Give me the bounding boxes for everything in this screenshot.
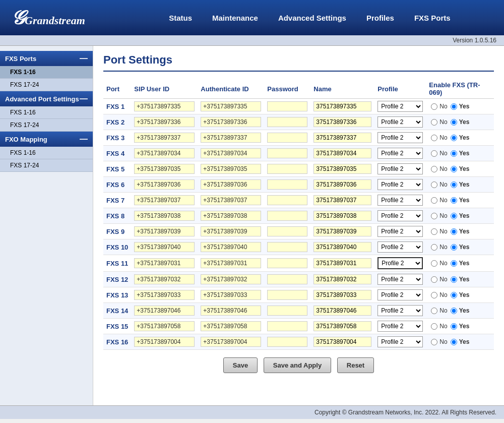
sip-user-id-input-1[interactable]	[134, 117, 195, 127]
password-input-4[interactable]	[267, 164, 307, 174]
password-input-11[interactable]	[267, 274, 307, 284]
radio-yes-2[interactable]	[451, 135, 457, 141]
profile-select-1[interactable]: ProfileProfile 2Profile 3Profile 4	[377, 116, 423, 128]
radio-yes-1[interactable]	[451, 119, 457, 126]
name-input-8[interactable]	[313, 226, 371, 236]
auth-id-input-13[interactable]	[201, 306, 261, 316]
radio-no-10[interactable]	[431, 260, 437, 267]
radio-yes-7[interactable]	[451, 213, 457, 219]
reset-button[interactable]: Reset	[337, 357, 374, 373]
sidebar-fxo-fxs-17-24[interactable]: FXS 17-24	[0, 159, 93, 172]
radio-no-4[interactable]	[431, 166, 437, 172]
radio-no-8[interactable]	[431, 228, 437, 235]
auth-id-input-2[interactable]	[201, 133, 261, 143]
password-input-7[interactable]	[267, 211, 307, 221]
password-input-6[interactable]	[267, 195, 307, 205]
password-input-12[interactable]	[267, 290, 307, 300]
radio-yes-3[interactable]	[451, 150, 457, 157]
sip-user-id-input-14[interactable]	[134, 321, 195, 331]
save-and-apply-button[interactable]: Save and Apply	[264, 357, 331, 373]
radio-no-12[interactable]	[431, 292, 437, 298]
sidebar-fxs-1-16[interactable]: FXS 1-16	[0, 66, 93, 79]
auth-id-input-10[interactable]	[201, 258, 261, 268]
password-input-5[interactable]	[267, 179, 307, 190]
nav-maintenance[interactable]: Maintenance	[212, 11, 258, 25]
profile-select-7[interactable]: ProfileProfile 2Profile 3Profile 4	[377, 210, 423, 221]
profile-select-9[interactable]: ProfileProfile 2Profile 3Profile 4	[377, 241, 423, 253]
radio-no-9[interactable]	[431, 244, 437, 251]
password-input-1[interactable]	[267, 117, 307, 127]
password-input-10[interactable]	[267, 258, 307, 268]
name-input-1[interactable]	[313, 117, 371, 127]
name-input-10[interactable]	[313, 258, 371, 268]
password-input-8[interactable]	[267, 226, 307, 236]
profile-select-13[interactable]: ProfileProfile 2Profile 3Profile 4	[377, 305, 423, 316]
profile-select-5[interactable]: ProfileProfile 2Profile 3Profile 4	[377, 179, 423, 190]
radio-no-3[interactable]	[431, 150, 437, 157]
radio-yes-11[interactable]	[451, 276, 457, 283]
sidebar-fxs-ports-header[interactable]: FXS Ports —	[0, 51, 93, 66]
auth-id-input-12[interactable]	[201, 290, 261, 300]
sip-user-id-input-15[interactable]	[134, 337, 195, 347]
profile-select-8[interactable]: ProfileProfile 2Profile 3Profile 4	[377, 226, 423, 237]
sip-user-id-input-5[interactable]	[134, 179, 195, 190]
password-input-2[interactable]	[267, 133, 307, 143]
radio-no-0[interactable]	[431, 103, 437, 110]
name-input-13[interactable]	[313, 306, 371, 316]
profile-select-12[interactable]: ProfileProfile 2Profile 3Profile 4	[377, 289, 423, 300]
name-input-15[interactable]	[313, 337, 371, 347]
radio-no-15[interactable]	[431, 339, 437, 345]
radio-yes-14[interactable]	[451, 323, 457, 330]
password-input-3[interactable]	[267, 148, 307, 158]
password-input-0[interactable]	[267, 101, 307, 111]
sip-user-id-input-11[interactable]	[134, 274, 195, 284]
sidebar-fxs-17-24[interactable]: FXS 17-24	[0, 79, 93, 91]
sip-user-id-input-6[interactable]	[134, 195, 195, 205]
radio-no-11[interactable]	[431, 276, 437, 283]
auth-id-input-5[interactable]	[201, 179, 261, 190]
auth-id-input-4[interactable]	[201, 164, 261, 174]
radio-no-2[interactable]	[431, 135, 437, 141]
radio-no-13[interactable]	[431, 308, 437, 314]
sip-user-id-input-3[interactable]	[134, 148, 195, 158]
name-input-9[interactable]	[313, 242, 371, 252]
sip-user-id-input-8[interactable]	[134, 226, 195, 236]
sidebar-fxo-mapping-header[interactable]: FXO Mapping —	[0, 132, 93, 147]
radio-no-6[interactable]	[431, 197, 437, 204]
password-input-9[interactable]	[267, 242, 307, 252]
auth-id-input-0[interactable]	[201, 101, 261, 111]
radio-yes-6[interactable]	[451, 197, 457, 204]
radio-yes-15[interactable]	[451, 339, 457, 345]
name-input-11[interactable]	[313, 274, 371, 284]
sidebar-advanced-port-header[interactable]: Advanced Port Settings —	[0, 91, 93, 106]
profile-select-14[interactable]: ProfileProfile 2Profile 3Profile 4	[377, 321, 423, 332]
profile-select-3[interactable]: ProfileProfile 2Profile 3Profile 4	[377, 148, 423, 159]
sip-user-id-input-9[interactable]	[134, 242, 195, 252]
name-input-6[interactable]	[313, 195, 371, 205]
radio-no-1[interactable]	[431, 119, 437, 126]
auth-id-input-11[interactable]	[201, 274, 261, 284]
auth-id-input-3[interactable]	[201, 148, 261, 158]
sidebar-adv-fxs-1-16[interactable]: FXS 1-16	[0, 106, 93, 119]
auth-id-input-9[interactable]	[201, 242, 261, 252]
password-input-15[interactable]	[267, 337, 307, 347]
sip-user-id-input-12[interactable]	[134, 290, 195, 300]
nav-status[interactable]: Status	[169, 11, 192, 25]
radio-no-14[interactable]	[431, 323, 437, 330]
name-input-0[interactable]	[313, 101, 371, 111]
profile-select-6[interactable]: ProfileProfile 2Profile 3Profile 4	[377, 195, 423, 206]
radio-yes-9[interactable]	[451, 244, 457, 251]
radio-yes-12[interactable]	[451, 292, 457, 298]
sip-user-id-input-0[interactable]	[134, 101, 195, 111]
profile-select-11[interactable]: ProfileProfile 2Profile 3Profile 4	[377, 274, 423, 285]
auth-id-input-8[interactable]	[201, 226, 261, 236]
radio-yes-8[interactable]	[451, 228, 457, 235]
name-input-4[interactable]	[313, 164, 371, 174]
profile-select-4[interactable]: ProfileProfile 2Profile 3Profile 4	[377, 163, 423, 174]
password-input-14[interactable]	[267, 321, 307, 331]
sip-user-id-input-7[interactable]	[134, 211, 195, 221]
name-input-12[interactable]	[313, 290, 371, 300]
profile-select-15[interactable]: ProfileProfile 2Profile 3Profile 4	[377, 336, 423, 347]
name-input-2[interactable]	[313, 133, 371, 143]
save-button[interactable]: Save	[223, 357, 258, 373]
